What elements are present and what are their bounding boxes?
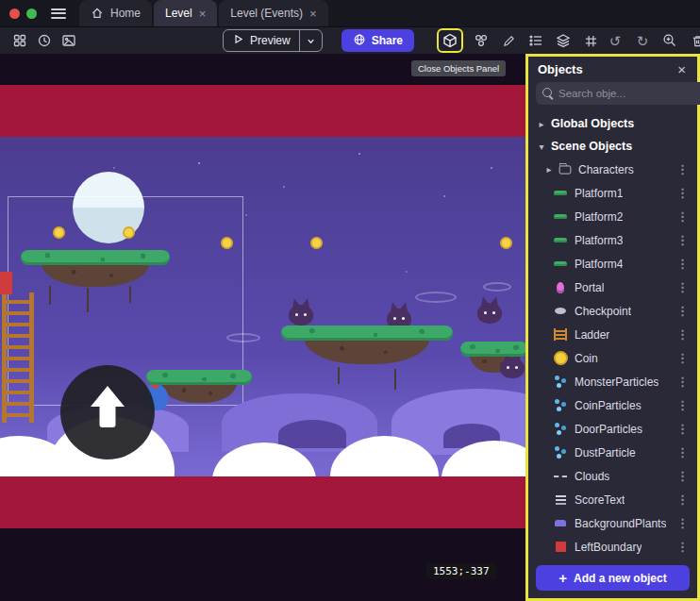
objects-list: ▸ Global Objects ▾ Scene Objects ▸ Chara…	[528, 110, 697, 559]
particles-icon	[553, 445, 568, 459]
object-row[interactable]: Coin ⋮	[528, 346, 697, 370]
platform-island[interactable]	[281, 326, 453, 364]
monster-sprite[interactable]	[500, 358, 525, 378]
more-options-icon[interactable]: ⋮	[674, 186, 692, 200]
tab-home[interactable]: Home	[79, 0, 152, 26]
object-row[interactable]: Checkpoint ⋮	[528, 299, 697, 323]
tab-level[interactable]: Level ×	[154, 0, 217, 26]
more-options-icon[interactable]: ⋮	[674, 327, 692, 342]
object-row[interactable]: Portal ⋮	[528, 275, 697, 299]
clouds-icon	[553, 469, 568, 483]
object-row[interactable]: DoorParticles ⋮	[528, 417, 697, 441]
add-object-button[interactable]: + Add a new object	[536, 565, 690, 591]
object-row[interactable]: MonsterParticles ⋮	[528, 370, 697, 393]
image-icon[interactable]	[57, 29, 81, 52]
toolbar: Preview Share	[0, 26, 700, 54]
more-options-icon[interactable]: ⋮	[674, 257, 692, 271]
more-options-icon[interactable]: ⋮	[674, 398, 692, 412]
more-options-icon[interactable]: ⋮	[674, 233, 692, 247]
close-tab-icon[interactable]: ×	[309, 8, 317, 20]
more-options-icon[interactable]: ⋮	[674, 375, 692, 389]
ladder-icon	[553, 327, 568, 342]
share-button[interactable]: Share	[342, 29, 414, 52]
menu-icon[interactable]	[51, 8, 66, 19]
coin-sprite[interactable]	[221, 237, 233, 249]
object-row[interactable]: CoinParticles ⋮	[528, 393, 697, 417]
object-row[interactable]: DustParticle ⋮	[528, 441, 697, 464]
portal-icon	[553, 280, 568, 294]
platform-island[interactable]	[21, 250, 170, 287]
play-icon	[232, 33, 244, 48]
coin-sprite[interactable]	[310, 237, 323, 249]
preview-button[interactable]: Preview	[223, 29, 323, 52]
object-row[interactable]: Platform4 ⋮	[528, 252, 697, 275]
more-options-icon[interactable]: ⋮	[674, 422, 692, 436]
more-options-icon[interactable]: ⋮	[674, 445, 692, 459]
close-tab-icon[interactable]: ×	[199, 8, 207, 20]
particles-icon	[553, 422, 568, 436]
undo-icon[interactable]: ↺	[603, 29, 627, 52]
coin-sprite[interactable]	[53, 226, 65, 239]
trash-icon[interactable]	[685, 29, 700, 52]
platform-dirt	[42, 262, 149, 287]
folder-characters[interactable]: ▸ Characters ⋮	[528, 158, 697, 181]
more-options-icon[interactable]: ⋮	[674, 351, 692, 365]
project-manager-icon[interactable]	[8, 29, 32, 52]
history-icon[interactable]	[32, 29, 57, 52]
grid-icon[interactable]	[578, 29, 603, 52]
cursor-coordinates-badge: 1553;-337	[426, 563, 496, 579]
more-options-icon[interactable]: ⋮	[674, 492, 692, 507]
more-options-icon[interactable]: ⋮	[674, 280, 692, 294]
more-options-icon[interactable]: ⋮	[674, 516, 692, 530]
edit-icon[interactable]	[496, 29, 521, 52]
more-options-icon[interactable]: ⋮	[674, 304, 692, 318]
layers-icon[interactable]	[551, 29, 575, 52]
tab-level-events[interactable]: Level (Events) ×	[219, 0, 327, 26]
search-input[interactable]	[536, 82, 700, 105]
coin-icon	[553, 351, 568, 365]
left-boundary-sprite[interactable]	[0, 272, 12, 294]
zoom-in-icon[interactable]	[658, 29, 682, 52]
more-options-icon[interactable]: ⋮	[674, 469, 692, 483]
object-row[interactable]: Platform3 ⋮	[528, 228, 697, 252]
home-icon	[91, 7, 104, 20]
objects-panel-icon[interactable]	[440, 31, 460, 50]
more-options-icon[interactable]: ⋮	[674, 540, 692, 554]
close-panel-icon[interactable]: ×	[675, 62, 688, 76]
scene-canvas[interactable]: 1553;-337	[0, 54, 525, 601]
section-scene-objects[interactable]: ▾ Scene Objects	[528, 135, 697, 158]
window-zoom-button[interactable]	[26, 8, 37, 19]
tooltip: Close Objects Panel	[411, 60, 506, 76]
window-close-button[interactable]	[9, 8, 20, 19]
coin-sprite[interactable]	[123, 226, 135, 239]
object-row[interactable]: Ladder ⋮	[528, 323, 697, 346]
chevron-down-icon[interactable]	[300, 36, 322, 46]
monster-sprite[interactable]	[477, 303, 502, 324]
coin-sprite[interactable]	[500, 237, 512, 249]
object-row[interactable]: Platform2 ⋮	[528, 205, 697, 228]
folder-icon	[559, 165, 572, 174]
jump-button-sprite[interactable]	[60, 365, 155, 459]
object-row[interactable]: Clouds ⋮	[528, 464, 697, 488]
instances-list-icon[interactable]	[524, 29, 548, 52]
redo-icon[interactable]: ↻	[630, 29, 655, 52]
search-field[interactable]	[558, 88, 700, 99]
object-row[interactable]: Platform1 ⋮	[528, 181, 697, 205]
more-options-icon[interactable]: ⋮	[674, 162, 692, 176]
object-row[interactable]: ScoreText ⋮	[528, 488, 697, 511]
particles-icon	[553, 398, 568, 412]
text-icon	[553, 492, 568, 507]
globe-icon	[353, 33, 366, 49]
checkpoint-icon	[553, 304, 568, 318]
ladder-sprite[interactable]	[2, 292, 34, 423]
object-row[interactable]: LeftBoundary ⋮	[528, 535, 697, 559]
section-global-objects[interactable]: ▸ Global Objects	[528, 112, 697, 135]
platform-grass	[21, 250, 170, 265]
more-options-icon[interactable]: ⋮	[674, 209, 692, 224]
tab-label: Level (Events)	[230, 7, 303, 20]
monster-sprite[interactable]	[289, 305, 313, 326]
object-row[interactable]: BackgroundPlants ⋮	[528, 511, 697, 535]
platform-icon	[553, 186, 568, 200]
object-groups-icon[interactable]	[469, 29, 493, 52]
gdevelop-window: Home Level × Level (Events) ×	[0, 0, 700, 601]
